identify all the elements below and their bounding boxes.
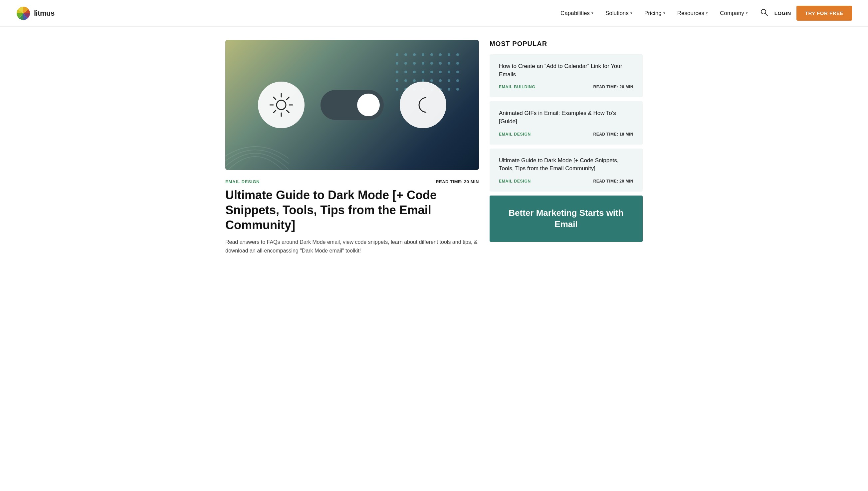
article-description: Read answers to FAQs around Dark Mode em… [225,238,479,255]
card-read-time-2: READ TIME: 18 MIN [593,132,633,137]
logo-wordmark: litmus [34,9,55,18]
main-container: EMAIL DESIGN READ TIME: 20 MIN Ultimate … [209,27,659,268]
card-tag-1[interactable]: EMAIL BUILDING [499,85,535,89]
main-nav: litmus Capabilities ▾ Solutions ▾ Pricin… [0,0,868,27]
nav-item-company[interactable]: Company ▾ [715,7,752,19]
cta-banner[interactable]: Better Marketing Starts with Email [490,196,643,242]
popular-card-title-1: How to Create an “Add to Calendar” Link … [499,62,633,79]
nav-right: LOGIN TRY FOR FREE [759,6,852,21]
search-button[interactable] [759,7,769,19]
svg-line-2 [765,13,768,16]
logo[interactable]: litmus [16,6,55,21]
svg-point-3 [277,100,286,110]
sidebar: MOST POPULAR How to Create an “Add to Ca… [490,40,643,255]
card-tag-3[interactable]: EMAIL DESIGN [499,179,531,183]
toggle-switch [320,90,384,120]
popular-card-1[interactable]: How to Create an “Add to Calendar” Link … [490,54,643,97]
sun-icon-circle [258,82,305,128]
svg-line-8 [274,97,276,99]
nav-item-pricing[interactable]: Pricing ▾ [640,7,670,19]
login-link[interactable]: LOGIN [774,10,791,16]
chevron-down-icon: ▾ [630,11,632,15]
chevron-down-icon: ▾ [746,11,748,15]
moon-icon [410,92,436,118]
popular-card-title-3: Ultimate Guide to Dark Mode [+ Code Snip… [499,156,633,173]
nav-item-solutions[interactable]: Solutions ▾ [601,7,637,19]
chevron-down-icon: ▾ [706,11,708,15]
search-icon [761,9,768,16]
popular-card-footer-2: EMAIL DESIGN READ TIME: 18 MIN [499,132,633,137]
svg-line-11 [274,110,276,113]
nav-item-capabilities[interactable]: Capabilities ▾ [556,7,598,19]
popular-card-title-2: Animated GIFs in Email: Examples & How T… [499,109,633,125]
hero-image[interactable] [225,40,479,170]
svg-line-9 [286,110,289,113]
article-title[interactable]: Ultimate Guide to Dark Mode [+ Code Snip… [225,187,479,232]
popular-card-2[interactable]: Animated GIFs in Email: Examples & How T… [490,101,643,144]
popular-card-footer-1: EMAIL BUILDING READ TIME: 26 MIN [499,85,633,89]
cta-title: Better Marketing Starts with Email [499,207,633,230]
article-area: EMAIL DESIGN READ TIME: 20 MIN Ultimate … [225,40,479,255]
card-read-time-3: READ TIME: 20 MIN [593,179,633,183]
svg-line-10 [286,97,289,99]
try-free-button[interactable]: TRY FOR FREE [797,6,852,21]
moon-icon-circle [400,82,446,128]
nav-links: Capabilities ▾ Solutions ▾ Pricing ▾ Res… [556,7,752,19]
card-read-time-1: READ TIME: 26 MIN [593,85,633,89]
article-read-time: READ TIME: 20 MIN [436,179,479,184]
article-tag[interactable]: EMAIL DESIGN [225,179,259,184]
popular-card-footer-3: EMAIL DESIGN READ TIME: 20 MIN [499,179,633,183]
nav-item-resources[interactable]: Resources ▾ [673,7,713,19]
sidebar-section-title: MOST POPULAR [490,40,643,48]
chevron-down-icon: ▾ [663,11,665,15]
popular-card-3[interactable]: Ultimate Guide to Dark Mode [+ Code Snip… [490,149,643,192]
sun-icon [268,92,294,118]
chevron-down-icon: ▾ [591,11,593,15]
card-tag-2[interactable]: EMAIL DESIGN [499,132,531,137]
toggle-knob [357,94,380,116]
article-meta: EMAIL DESIGN READ TIME: 20 MIN [225,179,479,184]
logo-icon [16,6,31,21]
